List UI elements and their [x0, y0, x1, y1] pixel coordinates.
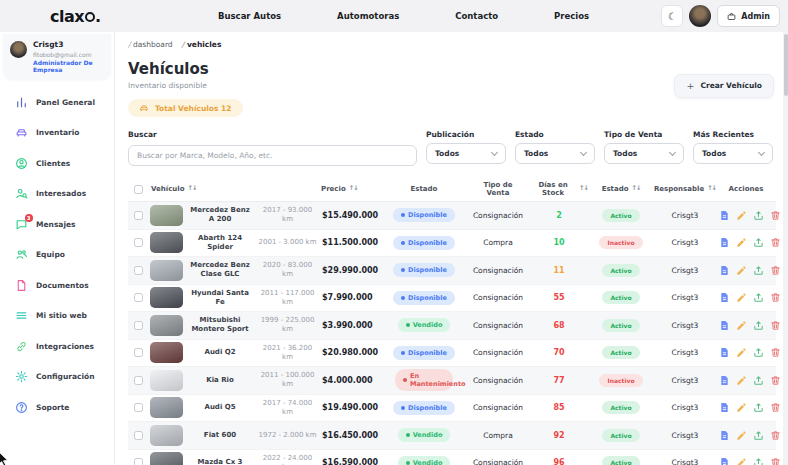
scrollbar-thumb[interactable]: [784, 34, 788, 96]
pencil-icon[interactable]: [736, 430, 747, 441]
trash-icon[interactable]: [770, 265, 781, 276]
filter-recientes-select[interactable]: Todos: [693, 143, 773, 164]
sidebar-item-configuracion[interactable]: Configuración: [15, 370, 114, 384]
pencil-icon[interactable]: [736, 347, 747, 358]
column-state[interactable]: Estado↑↓: [588, 185, 654, 193]
trash-icon[interactable]: [770, 210, 781, 221]
breadcrumb-vehicles[interactable]: vehicles: [182, 40, 222, 49]
document-icon[interactable]: [719, 402, 730, 413]
document-icon[interactable]: [719, 457, 730, 465]
trash-icon[interactable]: [770, 430, 781, 441]
upload-icon[interactable]: [753, 430, 764, 441]
column-responsible[interactable]: Responsable↑↓: [654, 185, 716, 193]
upload-icon[interactable]: [753, 237, 764, 248]
search-input[interactable]: [128, 145, 417, 166]
responsible: Crisgt3: [654, 431, 716, 440]
upload-icon[interactable]: [753, 375, 764, 386]
admin-button[interactable]: Admin: [717, 5, 780, 27]
nav-contacto[interactable]: Contacto: [455, 11, 498, 21]
document-icon[interactable]: [719, 375, 730, 386]
document-icon[interactable]: [719, 430, 730, 441]
sidebar-item-clientes[interactable]: Clientes: [15, 156, 114, 170]
column-price[interactable]: Precio↑↓: [318, 185, 382, 193]
pencil-icon[interactable]: [736, 210, 747, 221]
user-avatar: [10, 41, 27, 58]
row-checkbox[interactable]: [134, 266, 143, 275]
document-icon[interactable]: [719, 237, 730, 248]
trash-icon[interactable]: [770, 237, 781, 248]
column-sale-type[interactable]: Tipo de Venta: [466, 181, 530, 198]
row-checkbox[interactable]: [134, 403, 143, 412]
document-icon[interactable]: [719, 210, 730, 221]
upload-icon[interactable]: [753, 320, 764, 331]
document-icon[interactable]: [719, 347, 730, 358]
filter-publicacion-value: Todos: [435, 149, 459, 158]
row-checkbox[interactable]: [134, 238, 143, 247]
sidebar-item-panel-general[interactable]: Panel General: [15, 95, 114, 109]
upload-icon[interactable]: [753, 292, 764, 303]
vehicle-name: Kia Rio: [188, 376, 252, 385]
nav-buscar-autos[interactable]: Buscar Autos: [218, 11, 281, 21]
column-days-in-stock[interactable]: Días en Stock↑↓: [530, 181, 588, 198]
breadcrumb-dashboard[interactable]: dashboard: [128, 40, 173, 49]
pencil-icon[interactable]: [736, 292, 747, 303]
trash-icon[interactable]: [770, 320, 781, 331]
pencil-icon[interactable]: [736, 402, 747, 413]
upload-icon[interactable]: [753, 210, 764, 221]
nav-automotoras[interactable]: Automotoras: [337, 11, 399, 21]
column-status[interactable]: Estado: [382, 185, 466, 193]
sidebar-item-documentos[interactable]: Documentos: [15, 278, 114, 292]
select-all-checkbox[interactable]: [134, 185, 143, 194]
row-checkbox[interactable]: [134, 431, 143, 440]
pencil-icon[interactable]: [736, 457, 747, 465]
filter-estado-select[interactable]: Todos: [515, 143, 595, 164]
trash-icon[interactable]: [770, 347, 781, 358]
user-circle-icon: [15, 157, 28, 170]
column-vehicle[interactable]: Vehículo↑↓: [148, 185, 318, 193]
document-icon[interactable]: [719, 292, 730, 303]
row-checkbox[interactable]: [134, 376, 143, 385]
table-row: Mercedez Benz A 200 2017 - 93.000 km $15…: [128, 202, 776, 230]
avatar[interactable]: [689, 5, 711, 27]
upload-icon[interactable]: [753, 457, 764, 465]
pencil-icon[interactable]: [736, 320, 747, 331]
sidebar-item-inventario[interactable]: Inventario: [15, 126, 114, 140]
sidebar-item-label: Documentos: [36, 281, 89, 290]
vehicle-thumbnail: [150, 397, 183, 418]
sidebar-item-mi-sitio-web[interactable]: Mi sitio web: [15, 309, 114, 323]
upload-icon[interactable]: [753, 265, 764, 276]
trash-icon[interactable]: [770, 375, 781, 386]
brand-logo[interactable]: clax.: [50, 7, 101, 26]
row-checkbox[interactable]: [134, 348, 143, 357]
create-vehicle-button[interactable]: + Crear Vehículo: [674, 74, 774, 98]
active-status-badge: Activo: [602, 319, 639, 332]
sidebar-item-equipo[interactable]: Equipo: [15, 248, 114, 262]
row-checkbox[interactable]: [134, 321, 143, 330]
trash-icon[interactable]: [770, 402, 781, 413]
filter-tipo-venta-select[interactable]: Todos: [604, 143, 684, 164]
document-icon[interactable]: [719, 320, 730, 331]
sidebar-item-mensajes[interactable]: 3 Mensajes: [15, 217, 114, 231]
trash-icon[interactable]: [770, 457, 781, 465]
pencil-icon[interactable]: [736, 375, 747, 386]
pencil-icon[interactable]: [736, 265, 747, 276]
trash-icon[interactable]: [770, 292, 781, 303]
sidebar-item-integraciones[interactable]: Integraciones: [15, 339, 114, 353]
briefcase-icon: [727, 12, 736, 21]
sidebar-item-soporte[interactable]: Soporte: [15, 400, 114, 414]
scrollbar-track[interactable]: [783, 32, 788, 465]
moon-icon[interactable]: ☾: [661, 5, 683, 27]
user-card[interactable]: Crisgt3 fitobob@gmail.com Administrador …: [3, 34, 111, 80]
filter-publicacion-select[interactable]: Todos: [426, 143, 506, 164]
sidebar-item-interesados[interactable]: Interesados: [15, 187, 114, 201]
upload-icon[interactable]: [753, 402, 764, 413]
nav-precios[interactable]: Precios: [554, 11, 589, 21]
row-checkbox[interactable]: [134, 211, 143, 220]
pencil-icon[interactable]: [736, 237, 747, 248]
document-icon[interactable]: [719, 265, 730, 276]
row-checkbox[interactable]: [134, 458, 143, 465]
sort-icon: ↑↓: [188, 185, 197, 193]
upload-icon[interactable]: [753, 347, 764, 358]
row-actions: [716, 375, 781, 386]
row-checkbox[interactable]: [134, 293, 143, 302]
